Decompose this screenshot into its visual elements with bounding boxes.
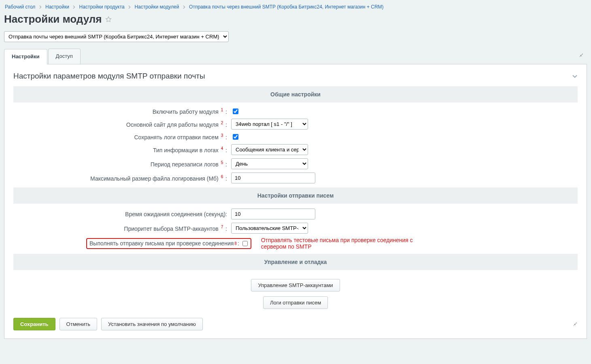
favorite-star-icon[interactable]	[105, 16, 112, 23]
panel-title: Настройки параметров модуля SMTP отправк…	[13, 72, 205, 81]
field-label: Сохранять логи отправки писем	[134, 134, 218, 140]
send-logs-button[interactable]: Логи отправки писем	[263, 296, 328, 309]
highlighted-field: Выполнять отправку письма при проверке с…	[86, 238, 251, 249]
field-label: Выполнять отправку письма при проверке с…	[89, 240, 234, 247]
field-label: Основной сайт для работы модуля	[126, 121, 219, 128]
main-site-select[interactable]: 34web портал [ s1 - "/" ]	[231, 119, 308, 130]
breadcrumb: Рабочий стол Настройки Настройки продукт…	[4, 0, 587, 12]
chevron-right-icon	[73, 5, 75, 9]
pin-icon[interactable]	[578, 52, 587, 61]
timeout-input[interactable]	[231, 209, 315, 219]
footnote-marker: 3	[221, 133, 223, 138]
test-send-checkbox[interactable]	[242, 241, 248, 246]
cancel-button[interactable]: Отменить	[60, 318, 97, 330]
footnote-marker: 2	[221, 121, 223, 125]
chevron-right-icon	[128, 5, 131, 9]
collapse-icon[interactable]	[572, 73, 578, 79]
field-label: Максимальный размер файла логирования (М…	[90, 175, 219, 181]
footnote-marker: 6	[221, 175, 223, 179]
save-logs-checkbox[interactable]	[233, 134, 238, 140]
tab-settings[interactable]: Настройки	[4, 49, 47, 64]
field-label: Приоритет выбора SMTP-аккаунтов	[124, 225, 218, 232]
footnote-marker: 1	[221, 108, 223, 112]
field-label: Период перезаписи логов	[151, 161, 219, 167]
settings-panel: Настройки параметров модуля SMTP отправк…	[4, 64, 587, 339]
section-debug: Управление и отладка	[13, 254, 578, 270]
section-send: Настройки отправки писем	[13, 187, 578, 204]
field-label: Время ожидания соединения (секунд):	[125, 211, 227, 217]
log-size-input[interactable]	[231, 172, 315, 183]
log-period-select[interactable]: День	[231, 158, 308, 169]
footnote-marker: 8	[234, 241, 237, 246]
footnote-marker: 7	[221, 225, 223, 229]
footnote-marker: 5	[221, 160, 223, 165]
manage-accounts-button[interactable]: Управление SMTP-аккаунтами	[251, 279, 340, 292]
field-label: Включить работу модуля	[153, 109, 219, 115]
save-button[interactable]: Сохранить	[13, 318, 55, 330]
section-general: Общие настройки	[13, 86, 578, 102]
footnote-marker: 4	[221, 146, 223, 151]
enable-module-checkbox[interactable]	[233, 109, 238, 114]
priority-select[interactable]: Пользовательские SMTP-ак	[231, 223, 308, 234]
breadcrumb-link[interactable]: Рабочий стол	[5, 4, 35, 10]
field-label: Тип информации в логах	[153, 147, 219, 153]
chevron-right-icon	[183, 5, 185, 9]
breadcrumb-link[interactable]: Настройки продукта	[79, 4, 125, 10]
breadcrumb-link[interactable]: Отправка почты через внешний SMTP (Короб…	[189, 4, 384, 10]
callout-text: Отправлять тестовые письма при проверке …	[261, 237, 439, 250]
tab-access[interactable]: Доступ	[48, 49, 81, 64]
chevron-right-icon	[39, 5, 42, 9]
breadcrumb-link[interactable]: Настройки модулей	[134, 4, 179, 10]
page-title: Настройки модуля	[4, 13, 102, 26]
log-type-select[interactable]: Сообщения клиента и серве	[231, 144, 308, 155]
restore-defaults-button[interactable]: Установить значения по умолчанию	[101, 318, 203, 330]
breadcrumb-link[interactable]: Настройки	[45, 4, 69, 10]
module-select[interactable]: Отправка почты через внешний SMTP (Короб…	[4, 31, 229, 42]
pin-icon[interactable]	[572, 321, 578, 328]
